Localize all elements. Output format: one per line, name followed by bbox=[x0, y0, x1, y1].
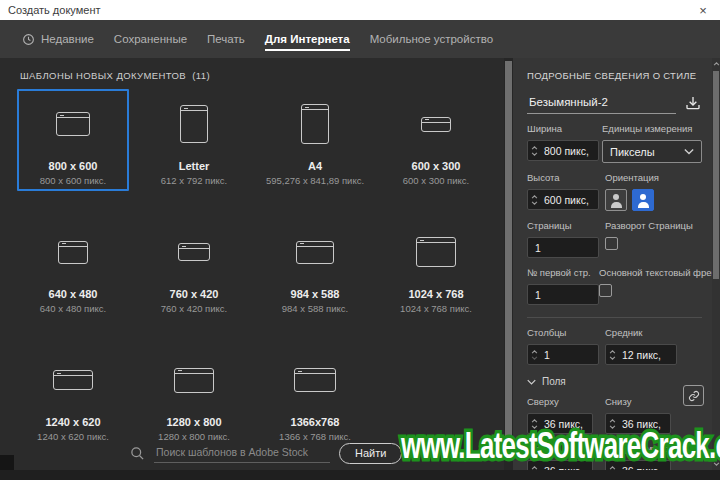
browser-window-icon bbox=[178, 243, 210, 261]
pages-input[interactable]: 1 bbox=[527, 237, 599, 258]
pages-value: 1 bbox=[535, 242, 541, 254]
tab-label: Сохраненные bbox=[114, 33, 187, 45]
scroll-up-icon[interactable] bbox=[712, 59, 720, 69]
margin-bottom-value: 36 пикс, bbox=[619, 418, 661, 430]
tab-mobile[interactable]: Мобильное устройство bbox=[370, 20, 493, 58]
stepper-arrows[interactable] bbox=[606, 414, 619, 433]
scroll-down-icon[interactable] bbox=[712, 459, 720, 469]
tab-web[interactable]: Для Интернета bbox=[265, 20, 350, 58]
browser-window-icon bbox=[421, 117, 451, 132]
columns-value: 1 bbox=[541, 349, 550, 361]
orientation-portrait-icon[interactable] bbox=[605, 189, 627, 211]
template-name: 1280 x 800 bbox=[140, 416, 248, 428]
stock-search-bar: Найти bbox=[130, 443, 402, 464]
template-dims: 640 x 480 пикс. bbox=[19, 303, 127, 314]
stepper-arrows[interactable] bbox=[606, 345, 619, 364]
primary-text-frame-checkbox[interactable] bbox=[599, 284, 612, 297]
stepper-arrows[interactable] bbox=[528, 141, 541, 160]
template-name: Letter bbox=[140, 160, 248, 172]
link-margins-icon[interactable] bbox=[683, 385, 704, 406]
browser-window-icon bbox=[296, 241, 334, 264]
pages-label: Страницы bbox=[527, 220, 605, 231]
document-name-field[interactable]: Безымянный-2 bbox=[527, 96, 676, 114]
scrollbar-thumb[interactable] bbox=[505, 61, 512, 454]
width-input[interactable]: 800 пикс, bbox=[527, 140, 599, 161]
template-name: 800 x 600 bbox=[19, 160, 127, 172]
template-card-640x480[interactable]: 640 x 480 640 x 480 пикс. bbox=[17, 217, 129, 319]
template-card-760x420[interactable]: 760 x 420 760 x 420 пикс. bbox=[138, 217, 250, 319]
template-card-letter[interactable]: Letter 612 x 792 пикс. bbox=[138, 89, 250, 191]
browser-window-icon bbox=[294, 368, 336, 392]
template-dims: 1366 x 768 пикс. bbox=[261, 431, 369, 442]
margin-bottom-input[interactable]: 36 пикс, bbox=[605, 413, 671, 434]
gutter-label: Средник bbox=[605, 327, 702, 338]
stepper-arrows[interactable] bbox=[528, 345, 541, 364]
details-scrollbar[interactable] bbox=[712, 58, 720, 470]
scrollbar-thumb[interactable] bbox=[713, 71, 719, 279]
units-label: Единицы измерения bbox=[602, 123, 702, 134]
margins-section-header[interactable]: Поля bbox=[527, 376, 702, 387]
template-card-600x300[interactable]: 600 x 300 600 x 300 пикс. bbox=[380, 89, 492, 191]
tab-print[interactable]: Печать bbox=[207, 20, 245, 58]
template-dims: 612 x 792 пикс. bbox=[140, 175, 248, 186]
facing-pages-checkbox[interactable] bbox=[605, 237, 618, 250]
template-card-a4[interactable]: A4 595,276 x 841,89 пикс. bbox=[259, 89, 371, 191]
download-icon[interactable] bbox=[684, 94, 702, 112]
template-name: 1366x768 bbox=[261, 416, 369, 428]
title-bar: Создать документ × bbox=[0, 0, 720, 20]
height-input[interactable]: 600 пикс, bbox=[527, 189, 599, 210]
browser-window-icon bbox=[174, 368, 214, 393]
search-button[interactable]: Найти bbox=[339, 443, 402, 464]
template-card-800x600[interactable]: 800 x 600 800 x 600 пикс. bbox=[17, 89, 129, 191]
tab-label: Для Интернета bbox=[265, 33, 350, 45]
start-page-value: 1 bbox=[535, 289, 541, 301]
chevron-down-icon bbox=[684, 148, 694, 155]
search-input[interactable] bbox=[154, 444, 330, 463]
template-dims: 1280 x 800 пикс. bbox=[140, 431, 248, 442]
margin-top-value: 36 пикс, bbox=[541, 418, 583, 430]
tab-recent[interactable]: Недавние bbox=[22, 20, 94, 58]
template-card-1280x800[interactable]: 1280 x 800 1280 x 800 пикс. bbox=[138, 345, 250, 447]
templates-grid: 800 x 600 800 x 600 пикс. Letter 612 x 7… bbox=[17, 89, 504, 447]
stepper-arrows[interactable] bbox=[528, 190, 541, 209]
template-dims: 600 x 300 пикс. bbox=[382, 175, 490, 186]
template-dims: 984 x 588 пикс. bbox=[261, 303, 369, 314]
tab-label: Мобильное устройство bbox=[370, 33, 493, 45]
details-heading: ПОДРОБНЫЕ СВЕДЕНИЯ О СТИЛЕ bbox=[527, 70, 702, 81]
gutter-input[interactable]: 12 пикс, bbox=[605, 344, 677, 365]
orientation-landscape-icon[interactable] bbox=[632, 189, 654, 211]
template-name: 984 x 588 bbox=[261, 288, 369, 300]
page-portrait-icon bbox=[301, 104, 329, 144]
template-name: 600 x 300 bbox=[382, 160, 490, 172]
template-dims: 1240 x 620 пикс. bbox=[19, 431, 127, 442]
template-name: 1024 x 768 bbox=[382, 288, 490, 300]
browser-window-icon bbox=[53, 370, 93, 390]
template-name: 1240 x 620 bbox=[19, 416, 127, 428]
create-document-dialog: Создать документ × Недавние Сохраненные … bbox=[0, 0, 720, 480]
template-card-984x588[interactable]: 984 x 588 984 x 588 пикс. bbox=[259, 217, 371, 319]
tab-bar: Недавние Сохраненные Печать Для Интернет… bbox=[0, 20, 720, 58]
template-card-1024x768[interactable]: 1024 x 768 1024 x 768 пикс. bbox=[380, 217, 492, 319]
chevron-down-icon bbox=[527, 379, 536, 385]
height-label: Высота bbox=[527, 172, 605, 183]
template-card-1366x768[interactable]: 1366x768 1366 x 768 пикс. bbox=[259, 345, 371, 447]
margin-top-input[interactable]: 36 пикс, bbox=[527, 413, 593, 434]
stepper-arrows[interactable] bbox=[528, 414, 541, 433]
tab-saved[interactable]: Сохраненные bbox=[114, 20, 187, 58]
templates-heading: ШАБЛОНЫ НОВЫХ ДОКУМЕНТОВ (11) bbox=[20, 70, 504, 81]
template-name: A4 bbox=[261, 160, 369, 172]
units-value: Пикселы bbox=[610, 146, 655, 158]
units-dropdown[interactable]: Пикселы bbox=[602, 140, 702, 163]
templates-scrollbar[interactable] bbox=[504, 58, 513, 470]
columns-input[interactable]: 1 bbox=[527, 344, 599, 365]
width-label: Ширина bbox=[527, 123, 602, 134]
template-card-1240x620[interactable]: 1240 x 620 1240 x 620 пикс. bbox=[17, 345, 129, 447]
orientation-label: Ориентация bbox=[605, 172, 702, 183]
bottom-bar bbox=[0, 470, 720, 480]
browser-window-icon bbox=[56, 112, 90, 136]
clock-icon bbox=[22, 33, 35, 46]
tab-label: Недавние bbox=[41, 33, 94, 45]
margins-heading: Поля bbox=[542, 376, 566, 387]
start-page-input[interactable]: 1 bbox=[527, 284, 599, 305]
close-icon[interactable]: × bbox=[686, 0, 720, 20]
